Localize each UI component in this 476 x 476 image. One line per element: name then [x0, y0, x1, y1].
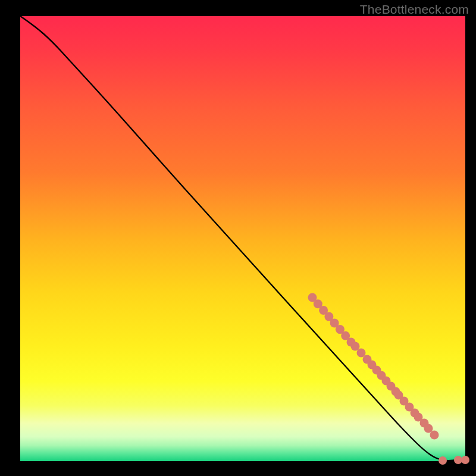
chart-stage: TheBottleneck.com — [0, 0, 476, 476]
watermark-text: TheBottleneck.com — [360, 2, 469, 17]
data-point-marker — [430, 431, 439, 440]
chart-svg — [0, 0, 476, 476]
data-point-marker — [439, 456, 447, 465]
data-point-marker — [461, 456, 469, 464]
data-point-marker — [454, 456, 462, 464]
